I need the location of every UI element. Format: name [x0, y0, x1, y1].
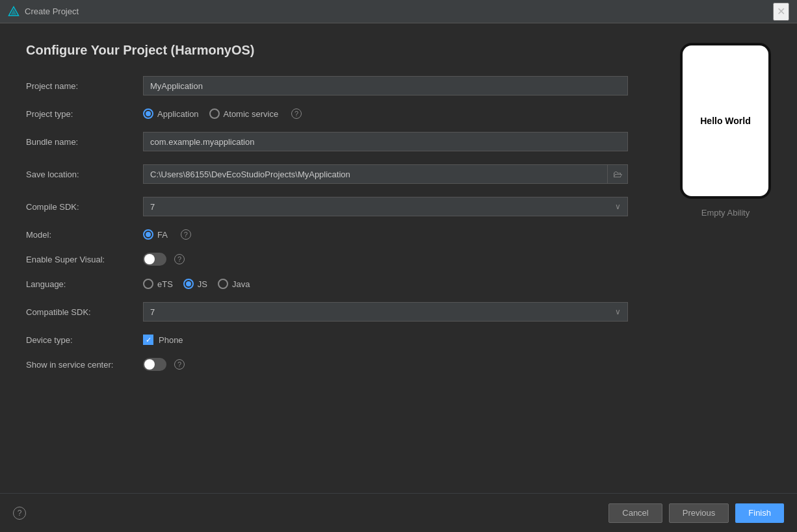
language-radio-group: eTS JS Java [143, 279, 628, 289]
save-location-row: Save location: 🗁 [26, 164, 628, 184]
compile-sdk-control: 7 ∨ [143, 197, 628, 216]
bundle-name-input[interactable] [143, 132, 628, 151]
radio-application-circle [143, 108, 153, 119]
radio-ets[interactable]: eTS [143, 279, 173, 289]
radio-java-circle [218, 279, 228, 289]
compatible-sdk-label: Compatible SDK: [26, 307, 143, 317]
footer-left: ? [13, 507, 26, 520]
project-name-row: Project name: [26, 76, 628, 95]
radio-ets-label: eTS [157, 279, 173, 289]
model-label: Model: [26, 230, 143, 240]
radio-java-label: Java [232, 279, 250, 289]
enable-super-visual-toggle[interactable] [143, 253, 166, 266]
project-type-help-icon[interactable]: ? [291, 108, 302, 119]
show-in-service-center-group: ? [143, 358, 628, 371]
close-button[interactable]: ✕ [773, 3, 789, 21]
footer-help-icon[interactable]: ? [13, 507, 26, 520]
form-panel: Configure Your Project (HarmonyOS) Proje… [0, 23, 654, 493]
device-type-label: Device type: [26, 335, 143, 345]
project-type-label: Project type: [26, 109, 143, 119]
dialog-content: Configure Your Project (HarmonyOS) Proje… [0, 23, 797, 493]
save-location-input-group: 🗁 [143, 164, 628, 184]
radio-atomic-circle [209, 108, 220, 119]
project-name-control [143, 76, 628, 95]
compatible-sdk-chevron-icon: ∨ [615, 307, 621, 316]
radio-java[interactable]: Java [218, 279, 250, 289]
create-project-dialog: Create Project ✕ Configure Your Project … [0, 0, 797, 532]
page-title: Configure Your Project (HarmonyOS) [26, 43, 628, 58]
device-type-control: ✓ Phone [143, 335, 628, 345]
model-control: FA ? [143, 229, 628, 240]
previous-button[interactable]: Previous [669, 503, 729, 523]
radio-fa[interactable]: FA [143, 229, 168, 240]
project-type-row: Project type: Application Atomic service… [26, 108, 628, 119]
toggle-knob [144, 254, 155, 264]
phone-screen: Hello World [683, 45, 768, 196]
radio-application-label: Application [157, 109, 199, 119]
preview-panel: Hello World Empty Ability [654, 23, 797, 493]
device-type-row: Device type: ✓ Phone [26, 335, 628, 345]
radio-fa-label: FA [157, 230, 168, 240]
model-radio-group: FA ? [143, 229, 628, 240]
compatible-sdk-row: Compatible SDK: 7 ∨ [26, 302, 628, 322]
radio-atomic-label: Atomic service [224, 109, 279, 119]
footer: ? Cancel Previous Finish [0, 493, 797, 532]
template-label: Empty Ability [701, 208, 750, 218]
checkbox-phone-label: Phone [159, 335, 183, 345]
save-location-control: 🗁 [143, 164, 628, 184]
project-type-control: Application Atomic service ? [143, 108, 628, 119]
show-in-service-center-toggle[interactable] [143, 358, 166, 371]
model-help-icon[interactable]: ? [181, 229, 191, 240]
project-name-label: Project name: [26, 81, 143, 91]
compatible-sdk-control: 7 ∨ [143, 302, 628, 322]
compile-sdk-row: Compile SDK: 7 ∨ [26, 197, 628, 216]
compile-sdk-value: 7 [150, 202, 155, 212]
radio-atomic-service[interactable]: Atomic service [209, 108, 279, 119]
enable-super-visual-help-icon[interactable]: ? [174, 254, 185, 264]
bundle-name-row: Bundle name: [26, 132, 628, 151]
project-type-radio-group: Application Atomic service ? [143, 108, 628, 119]
compile-sdk-chevron-icon: ∨ [615, 202, 621, 211]
cancel-button[interactable]: Cancel [608, 503, 662, 523]
compatible-sdk-dropdown[interactable]: 7 ∨ [143, 302, 628, 322]
radio-ets-circle [143, 279, 153, 289]
show-in-service-center-control: ? [143, 358, 628, 371]
show-in-service-center-label: Show in service center: [26, 360, 143, 370]
compile-sdk-label: Compile SDK: [26, 202, 143, 212]
enable-super-visual-label: Enable Super Visual: [26, 255, 143, 264]
save-location-label: Save location: [26, 170, 143, 179]
hello-world-text: Hello World [700, 116, 751, 126]
compatible-sdk-value: 7 [150, 307, 155, 317]
save-location-input[interactable] [144, 166, 607, 183]
service-center-toggle-knob [144, 359, 155, 370]
dialog-title: Create Project [25, 6, 79, 16]
language-row: Language: eTS JS Java [26, 279, 628, 289]
compile-sdk-dropdown[interactable]: 7 ∨ [143, 197, 628, 216]
finish-button[interactable]: Finish [735, 503, 784, 523]
bundle-name-label: Bundle name: [26, 137, 143, 147]
radio-js-circle [183, 279, 194, 289]
enable-super-visual-row: Enable Super Visual: ? [26, 253, 628, 266]
bundle-name-control [143, 132, 628, 151]
checkbox-check-icon: ✓ [146, 336, 151, 344]
save-location-folder-button[interactable]: 🗁 [607, 165, 627, 183]
enable-super-visual-control: ? [143, 253, 628, 266]
app-logo-icon [8, 6, 20, 18]
project-name-input[interactable] [143, 76, 628, 95]
title-bar: Create Project ✕ [0, 0, 797, 23]
radio-js[interactable]: JS [183, 279, 207, 289]
checkbox-phone-box: ✓ [143, 335, 153, 345]
checkbox-phone[interactable]: ✓ Phone [143, 335, 628, 345]
footer-buttons: Cancel Previous Finish [608, 503, 784, 523]
show-in-service-center-help-icon[interactable]: ? [174, 359, 185, 370]
radio-js-label: JS [198, 279, 207, 289]
model-row: Model: FA ? [26, 229, 628, 240]
language-control: eTS JS Java [143, 279, 628, 289]
radio-fa-circle [143, 229, 153, 240]
radio-application[interactable]: Application [143, 108, 199, 119]
phone-preview: Hello World [680, 43, 771, 199]
enable-super-visual-group: ? [143, 253, 628, 266]
show-in-service-center-row: Show in service center: ? [26, 358, 628, 371]
language-label: Language: [26, 279, 143, 289]
